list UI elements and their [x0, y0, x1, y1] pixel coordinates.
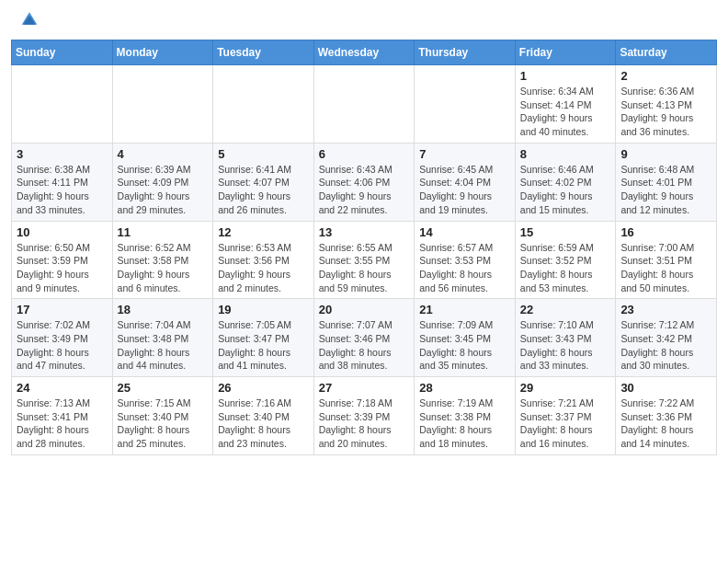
column-header-sunday: Sunday: [12, 40, 113, 65]
day-number: 7: [419, 147, 510, 161]
day-info: Sunrise: 6:38 AM Sunset: 4:11 PM Dayligh…: [17, 163, 108, 217]
day-number: 20: [319, 303, 410, 316]
calendar-week-1: 1Sunrise: 6:34 AM Sunset: 4:14 PM Daylig…: [12, 65, 717, 144]
day-info: Sunrise: 7:10 AM Sunset: 3:43 PM Dayligh…: [520, 318, 611, 373]
column-header-saturday: Saturday: [616, 40, 717, 65]
calendar-cell: 19Sunrise: 7:05 AM Sunset: 3:47 PM Dayli…: [213, 299, 314, 377]
calendar-cell: 6Sunrise: 6:43 AM Sunset: 4:06 PM Daylig…: [313, 143, 415, 221]
calendar-cell: 9Sunrise: 6:48 AM Sunset: 4:01 PM Daylig…: [616, 143, 717, 221]
column-header-friday: Friday: [515, 40, 616, 65]
calendar-cell: 3Sunrise: 6:38 AM Sunset: 4:11 PM Daylig…: [12, 143, 113, 221]
calendar-cell: 22Sunrise: 7:10 AM Sunset: 3:43 PM Dayli…: [515, 299, 616, 377]
day-info: Sunrise: 6:48 AM Sunset: 4:01 PM Dayligh…: [620, 163, 711, 217]
calendar-cell: 17Sunrise: 7:02 AM Sunset: 3:49 PM Dayli…: [12, 299, 113, 377]
day-number: 19: [218, 303, 309, 316]
day-info: Sunrise: 6:53 AM Sunset: 3:56 PM Dayligh…: [218, 241, 309, 295]
calendar-cell: [415, 65, 516, 144]
day-info: Sunrise: 7:13 AM Sunset: 3:41 PM Dayligh…: [17, 396, 108, 451]
day-number: 5: [218, 147, 309, 161]
day-info: Sunrise: 7:19 AM Sunset: 3:38 PM Dayligh…: [419, 396, 510, 451]
calendar-cell: [12, 65, 113, 144]
calendar-cell: 12Sunrise: 6:53 AM Sunset: 3:56 PM Dayli…: [213, 221, 314, 299]
calendar-cell: 27Sunrise: 7:18 AM Sunset: 3:39 PM Dayli…: [313, 377, 415, 455]
day-info: Sunrise: 6:43 AM Sunset: 4:06 PM Dayligh…: [319, 163, 410, 217]
day-number: 28: [419, 381, 510, 395]
day-number: 3: [17, 147, 108, 161]
calendar-cell: 7Sunrise: 6:45 AM Sunset: 4:04 PM Daylig…: [415, 143, 516, 221]
day-info: Sunrise: 6:45 AM Sunset: 4:04 PM Dayligh…: [419, 163, 510, 217]
day-number: 22: [520, 303, 611, 316]
calendar-week-4: 17Sunrise: 7:02 AM Sunset: 3:49 PM Dayli…: [12, 299, 717, 377]
day-info: Sunrise: 6:46 AM Sunset: 4:02 PM Dayligh…: [520, 163, 611, 217]
day-number: 24: [17, 381, 108, 395]
day-number: 8: [520, 147, 611, 161]
day-info: Sunrise: 7:02 AM Sunset: 3:49 PM Dayligh…: [17, 318, 108, 373]
day-number: 23: [620, 303, 711, 316]
calendar-week-5: 24Sunrise: 7:13 AM Sunset: 3:41 PM Dayli…: [12, 377, 717, 455]
column-header-tuesday: Tuesday: [213, 40, 314, 65]
calendar-cell: 1Sunrise: 6:34 AM Sunset: 4:14 PM Daylig…: [515, 65, 616, 144]
calendar-cell: 28Sunrise: 7:19 AM Sunset: 3:38 PM Dayli…: [415, 377, 516, 455]
day-info: Sunrise: 7:16 AM Sunset: 3:40 PM Dayligh…: [218, 396, 309, 451]
day-number: 12: [218, 225, 309, 239]
calendar-cell: 21Sunrise: 7:09 AM Sunset: 3:45 PM Dayli…: [415, 299, 516, 377]
calendar-cell: 5Sunrise: 6:41 AM Sunset: 4:07 PM Daylig…: [213, 143, 314, 221]
day-number: 6: [319, 147, 410, 161]
calendar-cell: 24Sunrise: 7:13 AM Sunset: 3:41 PM Dayli…: [12, 377, 113, 455]
calendar-cell: [112, 65, 213, 144]
calendar-cell: 26Sunrise: 7:16 AM Sunset: 3:40 PM Dayli…: [213, 377, 314, 455]
column-header-monday: Monday: [112, 40, 213, 65]
day-number: 27: [319, 381, 410, 395]
day-number: 4: [118, 147, 209, 161]
day-info: Sunrise: 7:18 AM Sunset: 3:39 PM Dayligh…: [319, 396, 410, 451]
day-info: Sunrise: 7:07 AM Sunset: 3:46 PM Dayligh…: [319, 318, 410, 373]
day-number: 13: [319, 225, 410, 239]
day-info: Sunrise: 6:41 AM Sunset: 4:07 PM Dayligh…: [218, 163, 309, 217]
calendar-cell: 10Sunrise: 6:50 AM Sunset: 3:59 PM Dayli…: [12, 221, 113, 299]
day-number: 9: [620, 147, 711, 161]
day-number: 2: [620, 69, 711, 83]
calendar-cell: 14Sunrise: 6:57 AM Sunset: 3:53 PM Dayli…: [415, 221, 516, 299]
column-header-thursday: Thursday: [415, 40, 516, 65]
calendar-cell: 20Sunrise: 7:07 AM Sunset: 3:46 PM Dayli…: [313, 299, 415, 377]
day-info: Sunrise: 7:12 AM Sunset: 3:42 PM Dayligh…: [620, 318, 711, 373]
logo-icon: [20, 9, 39, 28]
day-info: Sunrise: 6:39 AM Sunset: 4:09 PM Dayligh…: [118, 163, 209, 217]
calendar-cell: 30Sunrise: 7:22 AM Sunset: 3:36 PM Dayli…: [616, 377, 717, 455]
day-info: Sunrise: 7:21 AM Sunset: 3:37 PM Dayligh…: [520, 396, 611, 451]
page-header: [0, 0, 728, 32]
day-number: 14: [419, 225, 510, 239]
day-info: Sunrise: 6:57 AM Sunset: 3:53 PM Dayligh…: [419, 241, 510, 295]
day-info: Sunrise: 7:05 AM Sunset: 3:47 PM Dayligh…: [218, 318, 309, 373]
day-number: 25: [118, 381, 209, 395]
day-info: Sunrise: 6:52 AM Sunset: 3:58 PM Dayligh…: [118, 241, 209, 295]
calendar-cell: 2Sunrise: 6:36 AM Sunset: 4:13 PM Daylig…: [616, 65, 717, 144]
day-info: Sunrise: 6:50 AM Sunset: 3:59 PM Dayligh…: [17, 241, 108, 295]
calendar-cell: 15Sunrise: 6:59 AM Sunset: 3:52 PM Dayli…: [515, 221, 616, 299]
day-number: 1: [520, 69, 611, 83]
day-info: Sunrise: 7:22 AM Sunset: 3:36 PM Dayligh…: [620, 396, 711, 451]
calendar-week-2: 3Sunrise: 6:38 AM Sunset: 4:11 PM Daylig…: [12, 143, 717, 221]
logo: [18, 9, 39, 28]
day-number: 21: [419, 303, 510, 316]
calendar-cell: 8Sunrise: 6:46 AM Sunset: 4:02 PM Daylig…: [515, 143, 616, 221]
calendar-cell: 25Sunrise: 7:15 AM Sunset: 3:40 PM Dayli…: [112, 377, 213, 455]
calendar-cell: [213, 65, 314, 144]
day-number: 30: [620, 381, 711, 395]
calendar-cell: 16Sunrise: 7:00 AM Sunset: 3:51 PM Dayli…: [616, 221, 717, 299]
day-number: 11: [118, 225, 209, 239]
day-number: 16: [620, 225, 711, 239]
calendar-week-3: 10Sunrise: 6:50 AM Sunset: 3:59 PM Dayli…: [12, 221, 717, 299]
day-info: Sunrise: 7:00 AM Sunset: 3:51 PM Dayligh…: [620, 241, 711, 295]
calendar-table: SundayMondayTuesdayWednesdayThursdayFrid…: [11, 40, 717, 455]
day-info: Sunrise: 6:55 AM Sunset: 3:55 PM Dayligh…: [319, 241, 410, 295]
day-number: 26: [218, 381, 309, 395]
day-number: 10: [17, 225, 108, 239]
calendar-header-row: SundayMondayTuesdayWednesdayThursdayFrid…: [12, 40, 717, 65]
calendar-cell: [313, 65, 415, 144]
calendar-cell: 4Sunrise: 6:39 AM Sunset: 4:09 PM Daylig…: [112, 143, 213, 221]
calendar-cell: 23Sunrise: 7:12 AM Sunset: 3:42 PM Dayli…: [616, 299, 717, 377]
day-info: Sunrise: 7:15 AM Sunset: 3:40 PM Dayligh…: [118, 396, 209, 451]
calendar-cell: 29Sunrise: 7:21 AM Sunset: 3:37 PM Dayli…: [515, 377, 616, 455]
calendar-cell: 11Sunrise: 6:52 AM Sunset: 3:58 PM Dayli…: [112, 221, 213, 299]
